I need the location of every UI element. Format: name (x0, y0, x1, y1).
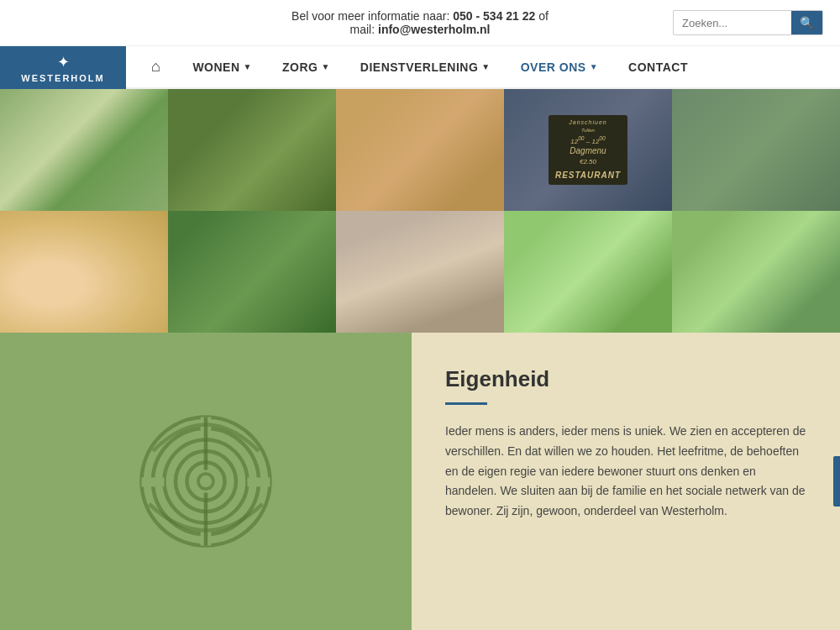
image-outdoor-dining (672, 89, 840, 211)
content-section: Eigenheid Ieder mens is anders, ieder me… (0, 333, 840, 630)
chevron-down-icon: ▼ (590, 62, 598, 71)
image-grid: Janschiuen Tullen 1200 – 1200 Dagmenu €2… (0, 89, 840, 333)
svg-point-5 (198, 474, 213, 489)
logo-name: WESTERHOLM (21, 73, 104, 83)
nav-zorg[interactable]: ZORG ▼ (267, 49, 345, 86)
image-garden-statue (168, 211, 336, 333)
image-apartment-entrance (336, 211, 504, 333)
search-button[interactable]: 🔍 (791, 11, 822, 34)
nav-dienstverlening-label: DIENSTVERLENING (360, 60, 479, 74)
nav-over-ons-label: OVER ONS (521, 60, 586, 74)
content-body: Ieder mens is anders, ieder mens is unie… (445, 422, 806, 522)
image-green-garden (672, 211, 840, 333)
search-bar[interactable]: 🔍 (673, 10, 823, 35)
combined-header: ✦ WESTERHOLM ⌂ WONEN ▼ ZORG ▼ DIENSTVERL… (0, 46, 840, 89)
nav-wonen[interactable]: WONEN ▼ (177, 49, 267, 86)
nav-contact-label: CONTACT (628, 60, 688, 74)
image-restaurant-sign: Janschiuen Tullen 1200 – 1200 Dagmenu €2… (504, 89, 672, 211)
content-right: Eigenheid Ieder mens is anders, ieder me… (412, 333, 840, 630)
content-left (0, 333, 412, 630)
search-icon: 🔍 (800, 16, 814, 29)
image-restaurant-interior (336, 89, 504, 211)
home-icon: ⌂ (151, 58, 160, 76)
content-divider (445, 402, 487, 405)
top-bar-info: Bel voor meer informatie naar: 050 - 534… (286, 9, 554, 36)
image-hands-cards (0, 211, 168, 333)
fingerprint-icon (130, 406, 281, 557)
restaurant-sign-overlay: Janschiuen Tullen 1200 – 1200 Dagmenu €2… (549, 115, 627, 184)
svg-rect-7 (248, 478, 270, 487)
nav-contact[interactable]: CONTACT (613, 49, 703, 86)
nav-dienstverlening[interactable]: DIENSTVERLENING ▼ (345, 49, 506, 86)
main-nav: ⌂ WONEN ▼ ZORG ▼ DIENSTVERLENING ▼ OVER … (126, 46, 840, 89)
side-indicator (833, 456, 840, 507)
chevron-down-icon: ▼ (321, 62, 329, 71)
logo-block[interactable]: ✦ WESTERHOLM (0, 46, 126, 89)
nav-wonen-label: WONEN (192, 60, 239, 74)
nav-zorg-label: ZORG (282, 60, 318, 74)
image-garden-terrace (168, 89, 336, 211)
image-outdoor-seating (504, 211, 672, 333)
logo-symbol: ✦ (57, 53, 70, 71)
page-wrapper: Bel voor meer informatie naar: 050 - 534… (0, 0, 840, 630)
chevron-down-icon: ▼ (481, 62, 490, 71)
content-title: Eigenheid (445, 366, 806, 392)
chevron-down-icon: ▼ (244, 62, 252, 71)
nav-over-ons[interactable]: OVER ONS ▼ (506, 49, 613, 86)
search-input[interactable] (674, 12, 791, 34)
nav-home[interactable]: ⌂ (134, 46, 177, 87)
image-building (0, 89, 168, 211)
svg-rect-6 (142, 478, 165, 487)
top-bar: Bel voor meer informatie naar: 050 - 534… (0, 0, 840, 46)
